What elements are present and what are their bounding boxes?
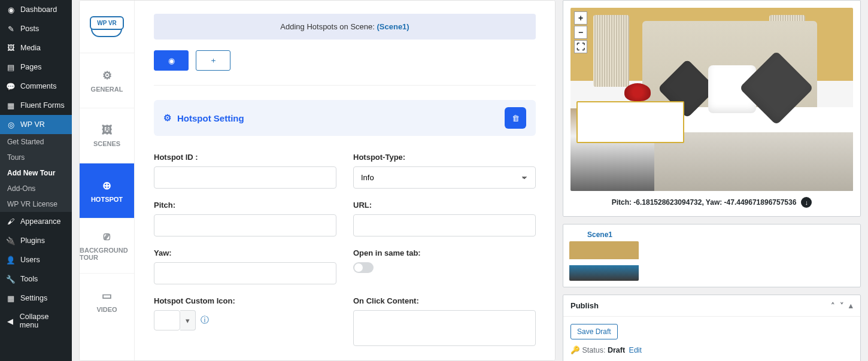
tab-hotspot[interactable]: ⊕HOTSPOT xyxy=(80,163,134,219)
scene-name-label[interactable]: Scene1 xyxy=(587,230,854,239)
gear-icon: ⚙ xyxy=(163,113,171,123)
field-onhover: On Hover Content: xyxy=(353,360,536,360)
sidebar-item-settings[interactable]: ▦Settings xyxy=(0,289,72,308)
fullscreen-button[interactable]: ⛶ xyxy=(574,40,587,53)
device-icon: ⎚ xyxy=(104,230,110,243)
save-draft-button[interactable]: Save Draft xyxy=(570,324,618,339)
onclick-textarea[interactable] xyxy=(353,310,536,346)
subitem-license[interactable]: WP VR License xyxy=(0,196,72,212)
sidebar-item-appearance[interactable]: 🖌Appearance xyxy=(0,212,72,231)
url-input[interactable] xyxy=(353,214,536,236)
icon-color-label: Hotspot Custom Icon Color: xyxy=(154,360,336,360)
current-hotspot-button[interactable]: ◉ xyxy=(154,50,189,71)
pitch-label: Pitch: xyxy=(154,201,336,210)
sidebar-item-fluent-forms[interactable]: ▦Fluent Forms xyxy=(0,96,72,115)
subitem-get-started[interactable]: Get Started xyxy=(0,134,72,150)
scene-banner: Adding Hotspots on Scene: (Scene1) xyxy=(154,14,536,40)
sidebar-submenu: Get Started Tours Add New Tour Add-Ons W… xyxy=(0,134,72,212)
collapse-icon: ◀ xyxy=(6,316,15,326)
form-icon: ▦ xyxy=(6,101,16,110)
field-open-same-tab: Open in same tab: xyxy=(353,248,536,284)
sidebar-item-pages[interactable]: ▤Pages xyxy=(0,57,72,77)
field-hotspot-type: Hotspot-Type: Info xyxy=(353,153,536,189)
help-icon[interactable]: ⓘ xyxy=(201,315,209,326)
image-icon: 🖼 xyxy=(102,124,113,136)
plugin-icon: 🔌 xyxy=(6,236,16,245)
add-hotspot-button[interactable]: ＋ xyxy=(196,50,230,71)
tab-scenes[interactable]: 🖼SCENES xyxy=(80,108,134,163)
sidebar-item-dashboard[interactable]: ◉Dashboard xyxy=(0,0,72,19)
target-dot-icon: ◉ xyxy=(168,56,175,65)
hotspot-id-input[interactable] xyxy=(154,166,336,189)
publish-title: Publish xyxy=(570,301,599,310)
download-icon[interactable]: ↓ xyxy=(801,197,812,208)
wrench-icon: 🔧 xyxy=(6,274,16,284)
onclick-label: On Click Content: xyxy=(353,296,536,305)
setting-header: ⚙Hotspot Setting 🗑 xyxy=(154,100,536,136)
banner-scene-link[interactable]: (Scene1) xyxy=(377,22,409,31)
panorama-viewer[interactable]: + − ⛶ xyxy=(570,8,853,191)
page-icon: ▤ xyxy=(6,62,16,72)
open-tab-toggle[interactable] xyxy=(353,262,374,273)
hotspot-type-label: Hotspot-Type: xyxy=(353,153,536,162)
wp-admin-sidebar: ◉Dashboard ✎Posts 🖼Media ▤Pages 💬Comment… xyxy=(0,0,72,361)
sidebar-collapse[interactable]: ◀Collapse menu xyxy=(0,308,72,334)
publish-panel: Publish ˄ ˅ ▴ Save Draft 🔑 Status: Draft… xyxy=(563,295,861,361)
field-onclick: On Click Content: xyxy=(353,296,536,348)
media-icon: 🖼 xyxy=(6,43,16,53)
custom-icon-label: Hotspot Custom Icon: xyxy=(154,296,336,305)
pin-icon: ✎ xyxy=(6,24,16,34)
subitem-add-ons[interactable]: Add-Ons xyxy=(0,181,72,196)
sidebar-item-plugins[interactable]: 🔌Plugins xyxy=(0,231,72,250)
delete-hotspot-button[interactable]: 🗑 xyxy=(505,107,526,129)
gear-icon: ⚙ xyxy=(102,69,112,82)
sidebar-item-wp-vr[interactable]: ◎WP VR xyxy=(0,115,72,134)
editor-content: Adding Hotspots on Scene: (Scene1) ◉ ＋ ⚙… xyxy=(135,1,555,360)
zoom-out-button[interactable]: − xyxy=(574,26,587,39)
field-yaw: Yaw: xyxy=(154,248,336,284)
sidebar-item-comments[interactable]: 💬Comments xyxy=(0,77,72,96)
pitch-yaw-readout: Pitch: -6.181528623094732, Yaw: -47.4496… xyxy=(570,191,853,209)
icon-picker-box[interactable] xyxy=(154,310,180,330)
icon-picker-dropdown[interactable]: ▾ xyxy=(180,310,196,330)
hotspot-type-select[interactable]: Info xyxy=(353,166,536,189)
sidebar-item-tools[interactable]: 🔧Tools xyxy=(0,269,72,289)
banner-text: Adding Hotspots on Scene: xyxy=(280,22,377,31)
setting-title: Hotspot Setting xyxy=(177,113,244,123)
open-tab-label: Open in same tab: xyxy=(353,248,536,257)
tour-editor: WP VR ⚙GENERAL 🖼SCENES ⊕HOTSPOT ⎚BACKGRO… xyxy=(79,0,556,361)
video-icon: ▭ xyxy=(102,289,112,302)
tab-general[interactable]: ⚙GENERAL xyxy=(80,53,134,108)
divider xyxy=(154,85,536,86)
wpvr-logo: WP VR xyxy=(80,1,134,53)
status-edit-link[interactable]: Edit xyxy=(629,346,642,354)
plus-icon: ＋ xyxy=(210,55,217,66)
scene-thumbnail[interactable] xyxy=(569,241,639,281)
hotspot-id-label: Hotspot ID : xyxy=(154,153,336,162)
subitem-tours[interactable]: Tours xyxy=(0,150,72,165)
field-hotspot-id: Hotspot ID : xyxy=(154,153,336,189)
subitem-add-new-tour[interactable]: Add New Tour xyxy=(0,165,72,181)
panel-up-icon[interactable]: ˄ xyxy=(831,301,835,310)
sidebar-item-users[interactable]: 👤Users xyxy=(0,250,72,269)
sidebar-item-posts[interactable]: ✎Posts xyxy=(0,19,72,38)
editor-tab-rail: WP VR ⚙GENERAL 🖼SCENES ⊕HOTSPOT ⎚BACKGRO… xyxy=(80,1,135,360)
pitch-input[interactable] xyxy=(154,214,336,236)
yaw-input[interactable] xyxy=(154,262,336,284)
user-icon: 👤 xyxy=(6,255,16,265)
panel-toggle-icon[interactable]: ▴ xyxy=(849,301,853,310)
onhover-label: On Hover Content: xyxy=(353,360,536,360)
status-row: 🔑 Status: Draft Edit xyxy=(570,345,853,354)
dashboard-icon: ◉ xyxy=(6,5,16,14)
right-column: + − ⛶ Pitch: -6.181528623094732, Yaw: -4… xyxy=(563,0,861,361)
settings-icon: ▦ xyxy=(6,293,16,303)
tab-background-tour[interactable]: ⎚BACKGROUND TOUR xyxy=(80,219,134,274)
panel-down-icon[interactable]: ˅ xyxy=(840,301,844,310)
sidebar-item-media[interactable]: 🖼Media xyxy=(0,38,72,57)
scene-strip: Scene1 xyxy=(563,224,861,287)
tab-video[interactable]: ▭VIDEO xyxy=(80,274,134,329)
zoom-in-button[interactable]: + xyxy=(574,11,587,25)
key-icon: 🔑 xyxy=(570,346,580,354)
field-pitch: Pitch: xyxy=(154,201,336,236)
preview-panel: + − ⛶ Pitch: -6.181528623094732, Yaw: -4… xyxy=(563,0,861,217)
